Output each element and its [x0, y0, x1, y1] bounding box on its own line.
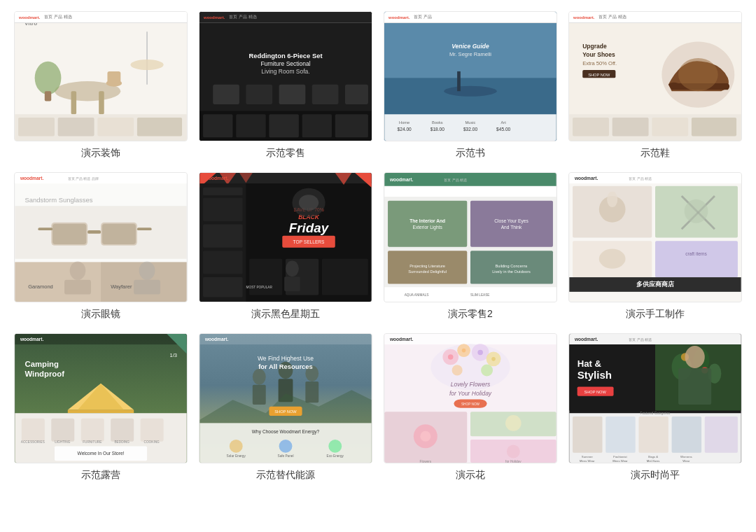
svg-rect-240 — [606, 416, 635, 453]
svg-text:Home: Home — [399, 120, 410, 125]
svg-rect-35 — [457, 71, 461, 91]
wm-nav-4: 首页 产品 精选 — [598, 14, 626, 20]
wm-nav-1: 首页 产品 精选 — [44, 14, 71, 20]
svg-rect-161 — [51, 419, 74, 442]
svg-text:Lively in the Outdoors: Lively in the Outdoors — [492, 270, 531, 274]
svg-text:Your Shoes: Your Shoes — [582, 51, 615, 58]
svg-rect-30 — [302, 114, 332, 137]
card-flowers[interactable]: woodmart. Lovely Flowers for Your Holida… — [384, 333, 557, 482]
svg-text:woodmart.: woodmart. — [204, 337, 229, 342]
svg-text:首页 产品 精选: 首页 产品 精选 — [629, 337, 652, 342]
wm-logo-2: woodmart. — [204, 15, 225, 20]
wm-logo-4: woodmart. — [573, 15, 594, 20]
svg-rect-113 — [384, 186, 556, 197]
svg-text:Building Concerns: Building Concerns — [496, 264, 528, 268]
card-glasses[interactable]: woodmart. 首页 产品 精选 品牌 Sandstorm Sunglass… — [14, 172, 188, 321]
svg-rect-94 — [203, 251, 243, 274]
svg-text:Fashionist: Fashionist — [613, 455, 627, 458]
svg-text:Bags &: Bags & — [648, 455, 658, 458]
svg-rect-31 — [335, 114, 368, 137]
svg-text:Eco Energy: Eco Energy — [327, 454, 344, 458]
card-label-retail: 示范零售 — [266, 147, 305, 160]
svg-text:Venice Guide: Venice Guide — [451, 43, 489, 50]
svg-rect-28 — [236, 114, 265, 137]
svg-rect-92 — [203, 198, 243, 221]
card-blackfriday[interactable]: woodmart. BLACK Friday SAVE UP 70% — [199, 172, 372, 321]
card-label-fashion: 演示时尚平 — [631, 469, 680, 482]
svg-point-218 — [507, 445, 520, 458]
svg-rect-103 — [249, 259, 282, 295]
svg-text:Books: Books — [432, 120, 443, 125]
svg-text:SHOP NOW: SHOP NOW — [588, 73, 610, 77]
svg-point-138 — [607, 191, 617, 207]
svg-text:首页 产品 精选 品牌: 首页 产品 精选 品牌 — [68, 176, 99, 181]
svg-text:Featured Categories: Featured Categories — [640, 412, 671, 415]
svg-text:Mid-Sizes: Mid-Sizes — [647, 459, 660, 463]
svg-text:And Think: And Think — [501, 225, 522, 230]
svg-text:Mr. Segre Ramelli: Mr. Segre Ramelli — [449, 51, 491, 57]
card-energy[interactable]: woodmart. We Find Highest Use for All Re… — [199, 333, 372, 482]
svg-text:AQUA ANIMALS: AQUA ANIMALS — [405, 293, 429, 297]
svg-rect-22 — [246, 85, 272, 104]
svg-text:$32.00: $32.00 — [463, 127, 478, 132]
card-books[interactable]: woodmart. 首页 产品 Venice Guide Mr. Segre R… — [384, 11, 557, 160]
svg-text:TOP SELLERS: TOP SELLERS — [293, 239, 325, 244]
svg-rect-162 — [81, 419, 104, 442]
svg-text:$45.00: $45.00 — [496, 127, 511, 132]
svg-point-204 — [448, 354, 454, 360]
svg-point-34 — [444, 86, 496, 97]
svg-point-80 — [139, 261, 155, 279]
svg-text:We Find Highest Use: We Find Highest Use — [258, 355, 314, 362]
svg-point-78 — [70, 261, 86, 279]
card-camping[interactable]: woodmart. Camping Windproof 1/3 — [14, 333, 188, 482]
svg-text:woodmart.: woodmart. — [20, 176, 44, 181]
svg-text:woodmart.: woodmart. — [574, 337, 598, 342]
svg-point-142 — [599, 249, 626, 269]
card-fashion[interactable]: woodmart. 首页 产品 精选 Hat & Stylish SHOP NO… — [568, 333, 742, 482]
svg-point-205 — [462, 349, 466, 353]
card-label-blackfriday: 演示黑色星期五 — [251, 308, 320, 321]
card-retail[interactable]: woodmart. 首页 产品 精选 Reddington 6-Piece Se… — [199, 11, 372, 160]
svg-text:Art: Art — [501, 120, 507, 125]
card-label-shoes: 示范鞋 — [640, 147, 670, 160]
svg-rect-14 — [97, 118, 134, 136]
card-decoration[interactable]: woodmart. 首页 产品 精选 — [14, 11, 188, 160]
svg-rect-59 — [652, 118, 688, 136]
svg-text:for All Resources: for All Resources — [258, 363, 313, 370]
svg-text:Windproof: Windproof — [24, 370, 64, 378]
wm-nav-3: 首页 产品 — [414, 14, 432, 20]
svg-point-55 — [678, 58, 718, 91]
card-handcraft[interactable]: woodmart. 首页 产品 精选 craft items — [568, 172, 742, 321]
svg-rect-79 — [64, 280, 91, 295]
svg-text:Safe Panel: Safe Panel — [277, 454, 293, 458]
svg-text:Extra 50% Off.: Extra 50% Off. — [582, 60, 617, 66]
svg-text:Living Room Sofa.: Living Room Sofa. — [261, 68, 309, 75]
svg-point-102 — [299, 195, 318, 211]
svg-rect-91 — [203, 188, 243, 195]
wm-logo-1: woodmart. — [19, 15, 40, 20]
svg-text:Furniture Sectional: Furniture Sectional — [260, 60, 310, 67]
svg-point-188 — [230, 440, 243, 453]
svg-point-192 — [328, 440, 342, 453]
svg-text:首页 产品 精选: 首页 产品 精选 — [444, 178, 467, 182]
svg-text:COOKING: COOKING — [144, 440, 160, 444]
svg-rect-176 — [253, 385, 266, 405]
card-shoes[interactable]: woodmart. 首页 产品 精选 Upgrade Your Shoes Ex… — [568, 11, 742, 160]
svg-text:Wayfarer: Wayfarer — [111, 284, 132, 290]
svg-rect-117 — [470, 201, 553, 247]
svg-rect-15 — [137, 118, 182, 136]
svg-rect-114 — [388, 201, 467, 247]
svg-text:craft items: craft items — [685, 251, 707, 256]
svg-point-190 — [279, 440, 293, 453]
card-label-retail2: 演示零售2 — [448, 308, 493, 321]
card-label-decoration: 演示装饰 — [81, 147, 120, 160]
svg-text:SHOP NOW: SHOP NOW — [461, 402, 480, 406]
svg-text:ACCESSORIES: ACCESSORIES — [21, 440, 45, 444]
svg-rect-27 — [203, 114, 232, 137]
card-retail2[interactable]: woodmart. 首页 产品 精选 The Interior And Exte… — [384, 172, 557, 321]
wm-nav-2: 首页 产品 精选 — [229, 14, 256, 20]
svg-text:Solar Energy: Solar Energy — [227, 454, 246, 458]
svg-rect-160 — [22, 419, 45, 442]
svg-point-231 — [685, 346, 704, 368]
svg-text:Projecting Literature: Projecting Literature — [410, 264, 445, 268]
